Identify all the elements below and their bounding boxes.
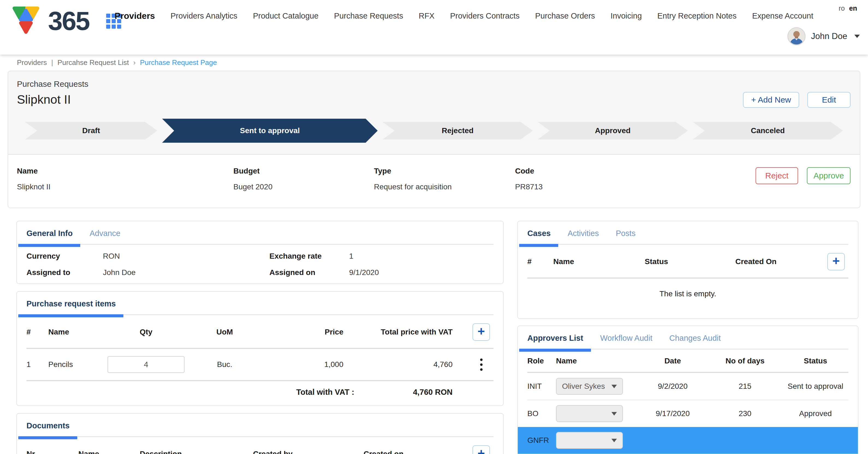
stage-approved: Approved	[538, 122, 688, 139]
col-role: Role	[527, 357, 556, 365]
nav-item-expense-account[interactable]: Expense Account	[752, 11, 813, 21]
gi-value-exchange-rate: 1	[349, 252, 494, 261]
col-price: Price	[264, 328, 354, 336]
tab-advance[interactable]: Advance	[90, 229, 120, 238]
tab-workflow-audit[interactable]: Workflow Audit	[600, 334, 652, 343]
item-uom: Buc.	[185, 360, 264, 369]
approver-name-select[interactable]	[556, 432, 623, 449]
approver-row-gnfr-selected[interactable]: GNFR	[518, 427, 858, 454]
tab-approvers-list[interactable]: Approvers List	[527, 334, 583, 343]
approver-status: Sent to approval	[782, 382, 848, 391]
items-total-row: Total with VAT : 4,760 RON	[27, 380, 494, 399]
qty-input[interactable]	[107, 356, 185, 373]
chevron-down-icon	[612, 412, 617, 416]
approvers-table-header: Role Name Date No of days Status	[527, 350, 848, 373]
nav-item-purchase-orders[interactable]: Purchase Orders	[535, 11, 595, 21]
col-num: #	[527, 257, 553, 266]
add-item-button[interactable]: +	[472, 323, 490, 341]
nav-item-purchase-requests[interactable]: Purchase Requests	[334, 11, 403, 21]
col-status: Status	[645, 257, 735, 266]
col-description: Description	[140, 450, 253, 454]
item-num: 1	[27, 360, 48, 369]
gi-label-exchange-rate: Exchange rate	[270, 252, 349, 261]
brand-text: 365	[48, 6, 89, 36]
approver-date: 9/2/2020	[638, 382, 708, 391]
edit-button[interactable]: Edit	[807, 92, 850, 108]
tab-documents[interactable]: Documents	[27, 421, 70, 430]
app-logo[interactable]: 365	[11, 4, 121, 38]
user-menu[interactable]: John Doe	[787, 27, 860, 45]
lang-ro[interactable]: ro	[839, 4, 845, 12]
breadcrumb-providers[interactable]: Providers	[17, 58, 47, 67]
approver-days: 215	[708, 382, 782, 391]
general-info-card: General Info Advance Currency RON Exchan…	[17, 221, 504, 284]
add-document-button[interactable]: +	[472, 445, 490, 454]
approver-role: BO	[527, 409, 556, 418]
nav-item-providers[interactable]: Providers	[115, 11, 155, 21]
approve-button[interactable]: Approve	[807, 167, 850, 184]
documents-card: Documents Nr. Name Description Created b…	[17, 413, 504, 454]
item-row: 1 Pencils Buc. 1,000 4,760	[27, 349, 494, 380]
field-label-budget: Budget	[234, 167, 374, 175]
stage-rejected: Rejected	[383, 122, 533, 139]
tab-cases[interactable]: Cases	[527, 229, 551, 238]
tab-purchase-request-items[interactable]: Purchase request items	[27, 299, 116, 308]
total-with-vat-value: 4,760 RON	[354, 388, 469, 397]
approver-status: Approved	[782, 409, 848, 418]
approver-name-value: Oliver Sykes	[562, 382, 605, 391]
breadcrumb-separator: ›	[133, 58, 136, 67]
page-title: Slipknot II	[17, 93, 88, 107]
nav-item-rfx[interactable]: RFX	[419, 11, 435, 21]
stage-draft: Draft	[25, 122, 157, 139]
field-label-type: Type	[374, 167, 515, 175]
add-new-button[interactable]: + Add New	[743, 92, 799, 108]
col-name: Name	[78, 450, 140, 454]
approver-row-bo: BO 9/17/2020 230 Approved	[527, 400, 848, 427]
chevron-down-icon	[612, 439, 617, 442]
approver-days: 230	[708, 409, 782, 418]
gi-value-assigned-on: 9/1/2020	[349, 268, 494, 277]
row-menu-kebab-icon[interactable]	[478, 357, 484, 372]
gi-label-currency: Currency	[27, 252, 103, 261]
tab-general-info[interactable]: General Info	[27, 229, 72, 238]
tab-activities[interactable]: Activities	[567, 229, 598, 238]
col-created-by: Created by	[253, 450, 364, 454]
col-name: Name	[553, 257, 645, 266]
lang-en[interactable]: en	[849, 4, 857, 12]
logo-triangles-icon	[11, 4, 41, 38]
add-case-button[interactable]: +	[827, 253, 845, 270]
stage-canceled: Canceled	[693, 122, 843, 139]
nav-item-product-catalogue[interactable]: Product Catalogue	[253, 11, 318, 21]
col-name: Name	[48, 328, 107, 336]
gi-label-assigned-on: Assigned on	[270, 268, 349, 277]
tab-changes-audit[interactable]: Changes Audit	[669, 334, 721, 343]
col-nr: Nr.	[27, 450, 78, 454]
gi-value-currency: RON	[103, 252, 270, 261]
breadcrumb-purchase-request-list[interactable]: Purcahse Request List	[58, 58, 129, 67]
col-date: Date	[638, 357, 708, 365]
reject-button[interactable]: Reject	[755, 167, 798, 184]
nav-item-entry-reception-notes[interactable]: Entry Reception Notes	[657, 11, 737, 21]
items-table-header: # Name Qty UoM Price Total price with VA…	[27, 315, 494, 349]
field-value-type: Request for acquisition	[374, 183, 515, 191]
user-name: John Doe	[811, 31, 847, 41]
approver-name-select[interactable]: Oliver Sykes	[556, 378, 623, 395]
tab-posts[interactable]: Posts	[616, 229, 636, 238]
field-label-code: Code	[515, 167, 755, 175]
chevron-down-icon	[612, 385, 617, 388]
approver-date: 9/17/2020	[638, 409, 708, 418]
nav-item-providers-analytics[interactable]: Providers Analytics	[170, 11, 238, 21]
total-with-vat-label: Total with VAT :	[296, 388, 354, 397]
item-name: Pencils	[48, 360, 107, 369]
purchase-request-items-card: Purchase request items # Name Qty UoM Pr…	[17, 291, 504, 406]
col-status: Status	[782, 357, 848, 365]
field-value-budget: Buget 2020	[234, 183, 374, 191]
purchase-request-header-card: Purchase Requests Slipknot II + Add New …	[8, 71, 860, 208]
nav-item-invoicing[interactable]: Invoicing	[611, 11, 642, 21]
field-value-code: PR8713	[515, 183, 755, 191]
item-total: 4,760	[354, 360, 469, 369]
approver-role: INIT	[527, 382, 556, 391]
approver-name-select[interactable]	[556, 405, 623, 422]
field-value-name: Slipknot II	[17, 183, 234, 191]
nav-item-providers-contracts[interactable]: Providers Contracts	[450, 11, 520, 21]
